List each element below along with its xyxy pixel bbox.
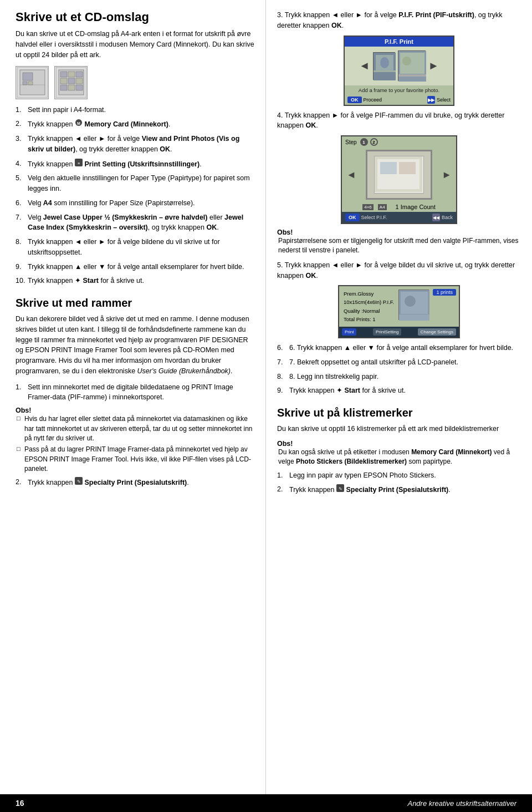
pif-right-arrow[interactable]: ► (428, 59, 439, 72)
print-screen-container: 1 prints Prem.Glossy 10x15cm(4x6In) P.I.… (277, 285, 521, 338)
svg-point-41 (405, 296, 416, 307)
pif-subtitle: Add a frame to your favorite photo. (345, 85, 453, 95)
pif-screen-container: P.I.F. Print ◄ (277, 35, 521, 106)
frame-step-circles: 1 2 (360, 138, 378, 146)
pif-photo-thumb1 (373, 52, 395, 80)
svg-text:✎: ✎ (77, 479, 81, 484)
frame-left-arrow[interactable]: ◄ (346, 169, 356, 181)
pif-ok-bar: OK Proceed ▶▶ Select (345, 95, 453, 105)
section3-steps: 1. Legg inn papir av typen EPSON Photo S… (277, 470, 521, 496)
svg-rect-9 (68, 72, 75, 77)
section1-steps: 1. Sett inn papir i A4-format. 2. Trykk … (16, 105, 254, 287)
step-circle-1: 1 (360, 138, 368, 146)
svg-rect-26 (374, 70, 396, 72)
svg-rect-8 (60, 72, 67, 77)
frame-screen: Step 1 2 ◄ (341, 135, 457, 224)
section1-intro: Du kan skrive ut et CD-omslag på A4-ark … (16, 29, 254, 60)
svg-point-29 (402, 57, 411, 65)
print-bottom-bar: Print PrintSetting Change Settings (339, 327, 459, 337)
pif-ok-proceed[interactable]: OK Proceed (347, 97, 382, 103)
section3-intro: Du kan skrive ut opptil 16 klistremerker… (277, 424, 521, 434)
frame-count-label: 1 Image Count (396, 204, 436, 210)
section3-obs-title: Obs! (277, 440, 521, 448)
step-item: 7. Velg Jewel Case Upper ½ (Smykkeskrin … (16, 212, 254, 234)
obs-item: □ Pass på at du lagrer PRINT Image Frame… (17, 445, 254, 474)
print-line3: Quality :Normal (344, 307, 394, 315)
print-text-block: Prem.Glossy 10x15cm(4x6In) P.I.F. Qualit… (344, 290, 394, 323)
cd-cover-icon (16, 66, 49, 99)
step-item: 9. Trykk knappen ▲ eller ▼ for å velge a… (16, 262, 254, 272)
pif-select-area[interactable]: ▶▶ Select (427, 96, 451, 104)
left-column: Skrive ut et CD-omslag Du kan skrive ut … (0, 0, 266, 794)
step-item: 3. Trykk knappen ◄ eller ► for å velge V… (16, 134, 254, 155)
frame-back-area[interactable]: ◀◀ Back (432, 214, 453, 221)
step-item: 1. Legg inn papir av typen EPSON Photo S… (277, 470, 521, 481)
step-item: 1. Sett inn papir i A4-format. (16, 105, 254, 115)
svg-rect-16 (76, 85, 83, 90)
obs-item: □ Hvis du har lagret eller slettet data … (17, 414, 254, 443)
svg-rect-3 (23, 82, 27, 85)
frame-preview-area: ◄ ► (342, 148, 456, 202)
svg-rect-2 (23, 73, 33, 80)
section1-title: Skrive ut et CD-omslag (16, 10, 254, 24)
step-item: 8. Trykk knappen ◄ eller ► for å velge b… (16, 237, 254, 258)
right-column: 3. Trykk knappen ◄ eller ► for å velge P… (266, 0, 532, 794)
pif-photo-thumb2 (398, 50, 426, 81)
frame-size-a4: A4 (378, 204, 387, 210)
svg-rect-42 (399, 314, 429, 321)
svg-rect-11 (60, 78, 67, 84)
svg-rect-35 (380, 162, 397, 174)
svg-rect-30 (398, 74, 426, 77)
step-item: 2. Trykk knappen ✎ Specialty Print (Spes… (277, 484, 521, 495)
print-btn[interactable]: Print (342, 328, 356, 336)
pif-proceed-label: Proceed (364, 97, 382, 103)
print-settings-btn[interactable]: PrintSetting (373, 328, 401, 336)
step-item: 4. Trykk knappen ≡ Print Setting (Utskri… (16, 159, 254, 170)
svg-rect-12 (68, 78, 75, 84)
svg-rect-10 (76, 72, 83, 77)
section2-title: Skrive ut med rammer (16, 296, 254, 309)
frame-step-label: Step (345, 139, 357, 145)
frame-right-arrow[interactable]: ► (442, 169, 452, 181)
svg-rect-36 (399, 162, 416, 174)
right-obs-title: Obs! (277, 229, 521, 236)
svg-rect-14 (60, 85, 67, 90)
frame-image-box (366, 150, 432, 200)
frame-ok-label: Select P.I.F. (361, 215, 387, 220)
prints-badge: 1 prints (433, 289, 456, 296)
pif-ok-btn[interactable]: OK (347, 97, 362, 103)
section2-step2: 2. Trykk knappen ✎ Specialty Print (Spes… (16, 477, 254, 488)
frame-back-label: Back (442, 215, 453, 220)
frame-ok-area[interactable]: OK Select P.I.F. (345, 214, 387, 221)
right-step3: 3. Trykk knappen ◄ eller ► for å velge P… (277, 10, 521, 31)
cd-icons (16, 66, 254, 99)
footer: 16 Andre kreative utskriftsalternativer (0, 794, 532, 812)
section3-obs-text: Du kan også skrive ut på etiketter i mod… (277, 448, 521, 467)
step-item: 2. Trykk knappen ✎ Specialty Print (Spes… (16, 477, 254, 488)
step-item: 9. Trykk knappen ✦ Start for å skrive ut… (277, 385, 521, 396)
right-obs-box: Obs! Papirstørrelsene som er tilgjengeli… (277, 229, 521, 256)
frame-count-area: 4×6 A4 1 Image Count (342, 202, 456, 212)
step-item: 2. Trykk knappen M Memory Card (Minnekor… (16, 119, 254, 130)
pif-left-arrow[interactable]: ◄ (359, 59, 370, 72)
frame-bottom-bar: OK Select P.I.F. ◀◀ Back (342, 212, 456, 223)
obs-title: Obs! (16, 407, 254, 414)
pif-select-icon: ▶▶ (427, 96, 435, 104)
section3-title: Skrive ut på klistremerker (277, 406, 521, 419)
svg-text:✎: ✎ (339, 486, 342, 491)
pif-select-label: Select (437, 97, 451, 103)
print-change-btn[interactable]: Change Settings (418, 328, 456, 336)
svg-rect-4 (28, 82, 33, 85)
step-item: 6. 6. Trykk knappen ▲ eller ▼ for å velg… (277, 343, 521, 353)
cd-grid-icon (54, 66, 88, 99)
right-steps-6-9: 6. 6. Trykk knappen ▲ eller ▼ for å velg… (277, 343, 521, 396)
svg-rect-13 (76, 78, 83, 84)
svg-text:▶▶: ▶▶ (428, 98, 435, 103)
section2-intro: Du kan dekorere bildet ved å skrive det … (16, 314, 254, 377)
step-item: 1. Sett inn minnekortet med de digitale … (16, 382, 254, 403)
footer-text: Andre kreative utskriftsalternativer (407, 799, 516, 808)
step-item: 6. Velg A4 som innstilling for Paper Siz… (16, 198, 254, 209)
frame-size-4x6: 4×6 (362, 204, 374, 210)
frame-ok-btn[interactable]: OK (345, 214, 360, 221)
print-line1: Prem.Glossy (344, 290, 394, 298)
